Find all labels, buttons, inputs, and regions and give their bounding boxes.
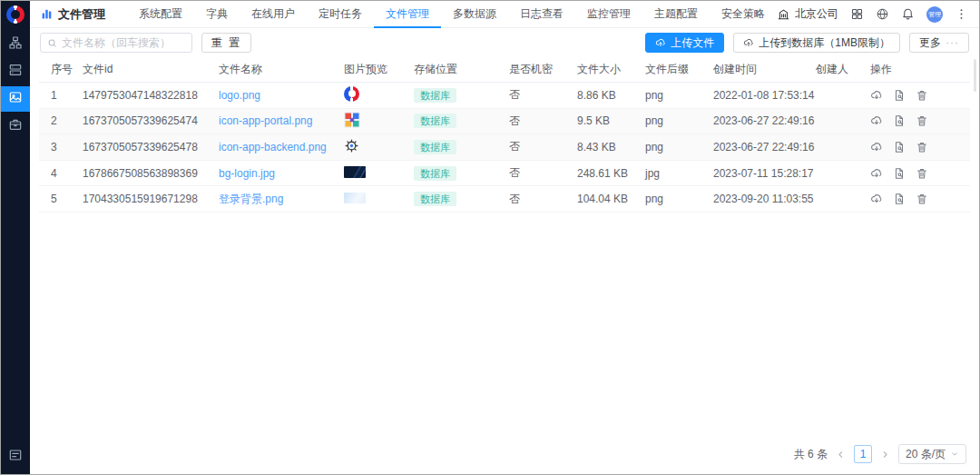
appstore-grid-icon[interactable] <box>850 7 864 21</box>
column-header: 创建人 <box>816 62 870 77</box>
chevron-down-icon <box>950 450 959 459</box>
download-icon[interactable] <box>870 167 883 180</box>
download-icon[interactable] <box>870 193 883 205</box>
search-input[interactable] <box>62 36 185 49</box>
page-number-1[interactable]: 1 <box>854 445 872 463</box>
pagination-total: 共 6 条 <box>794 447 828 462</box>
more-button[interactable]: 更多 ··· <box>909 33 969 53</box>
sidebar-item-project[interactable] <box>1 114 30 139</box>
user-avatar[interactable]: 管理 <box>926 6 943 23</box>
tab-menu-1[interactable]: 字典 <box>194 1 240 28</box>
globe-icon[interactable] <box>876 7 889 21</box>
file-name-link[interactable]: logo.png <box>219 89 260 102</box>
file-name-link[interactable]: bg-login.jpg <box>219 167 275 180</box>
preview-file-icon[interactable] <box>893 193 906 205</box>
preview-file-icon[interactable] <box>893 89 906 102</box>
app-logo-icon[interactable] <box>6 5 24 24</box>
tab-menu-3[interactable]: 定时任务 <box>307 1 374 28</box>
download-icon[interactable] <box>870 141 883 153</box>
bell-icon[interactable] <box>901 7 915 21</box>
cell-ext: png <box>645 193 713 205</box>
column-header: 图片预览 <box>344 62 414 77</box>
cell-created: 2023-06-27 22:49:16 <box>713 114 816 127</box>
preview-file-icon[interactable] <box>893 141 906 153</box>
page-size-select[interactable]: 20 条/页 <box>898 444 966 464</box>
cell-actions <box>870 114 970 127</box>
cloud-upload-icon <box>655 37 666 48</box>
cell-size: 8.86 KB <box>577 89 645 102</box>
tab-menu-2[interactable]: 在线用户 <box>240 1 307 28</box>
company-switcher[interactable]: 北京公司 <box>777 6 838 22</box>
sidebar-item-file-manager[interactable] <box>1 86 30 112</box>
search-icon <box>47 38 57 48</box>
delete-icon[interactable] <box>916 141 928 153</box>
delete-icon[interactable] <box>916 167 928 180</box>
file-name-link[interactable]: icon-app-backend.png <box>219 141 327 153</box>
ellipsis-icon: ··· <box>946 36 959 49</box>
tab-menu-0[interactable]: 系统配置 <box>127 1 194 28</box>
cell-secret: 否 <box>509 114 577 129</box>
download-icon[interactable] <box>870 114 883 127</box>
column-header: 操作 <box>870 62 970 77</box>
preview-file-icon[interactable] <box>893 114 906 127</box>
cell-index: 1 <box>39 89 83 102</box>
cell-preview <box>344 112 414 131</box>
logo-preview[interactable] <box>344 86 359 102</box>
column-header: 文件名称 <box>219 62 344 77</box>
sidebar-collapse-button[interactable] <box>1 446 30 468</box>
cell-size: 104.04 KB <box>577 193 645 205</box>
cell-size: 8.43 KB <box>577 141 645 153</box>
cell-created: 2023-07-11 15:28:17 <box>713 167 816 180</box>
cell-actions <box>870 89 970 102</box>
column-header: 序号 <box>39 62 83 77</box>
delete-icon[interactable] <box>916 89 928 102</box>
cell-size: 248.61 KB <box>577 167 645 180</box>
sidebar-item-modules[interactable] <box>1 59 30 84</box>
app-window: 文件管理 系统配置字典在线用户定时任务文件管理多数据源日志查看监控管理主题配置安… <box>0 0 980 475</box>
upload-to-db-button[interactable]: 上传到数据库（1MB限制） <box>733 33 900 53</box>
delete-icon[interactable] <box>916 193 928 205</box>
column-header: 文件后缀 <box>645 62 713 77</box>
org-tree-icon <box>8 35 23 54</box>
tab-menu-5[interactable]: 多数据源 <box>441 1 508 28</box>
cell-secret: 否 <box>509 87 577 103</box>
sidebar <box>1 1 30 474</box>
delete-icon[interactable] <box>916 114 928 127</box>
sidebar-item-org[interactable] <box>1 32 30 57</box>
tab-menu-6[interactable]: 日志查看 <box>508 1 575 28</box>
dark-image-thumb[interactable] <box>344 166 366 178</box>
tab-menu-4[interactable]: 文件管理 <box>374 1 441 28</box>
cell-created: 2023-09-20 11:03:55 <box>713 193 816 205</box>
gear-preview[interactable] <box>344 138 359 153</box>
chevron-right-icon <box>880 450 890 460</box>
column-header: 是否机密 <box>509 62 577 77</box>
tab-menu-9[interactable]: 安全策略 <box>710 1 777 28</box>
upload-file-button[interactable]: 上传文件 <box>645 33 724 53</box>
files-table: 序号文件id文件名称图片预览存储位置是否机密文件大小文件后缀创建时间创建人操作 … <box>39 57 970 213</box>
cell-size: 9.5 KB <box>577 114 645 127</box>
table-row: 11479753047148322818logo.png数据库否8.86 KBp… <box>39 83 970 109</box>
table-row: 31673705057339625478icon-app-backend.png… <box>39 134 970 161</box>
reset-button[interactable]: 重 置 <box>201 33 251 53</box>
download-icon[interactable] <box>870 89 883 102</box>
column-header: 文件大小 <box>577 62 645 77</box>
cell-ext: png <box>645 114 713 127</box>
preview-file-icon[interactable] <box>893 167 906 180</box>
tab-menu-8[interactable]: 主题配置 <box>642 1 710 28</box>
column-header: 文件id <box>83 62 219 77</box>
app-title-icon <box>41 8 53 20</box>
top-navbar: 文件管理 系统配置字典在线用户定时任务文件管理多数据源日志查看监控管理主题配置安… <box>30 1 979 28</box>
tab-menu-7[interactable]: 监控管理 <box>575 1 642 28</box>
file-name-link[interactable]: icon-app-portal.png <box>219 114 312 127</box>
storage-location-tag: 数据库 <box>414 166 456 181</box>
mosaic-thumb[interactable] <box>344 112 360 128</box>
scrollbar[interactable] <box>974 59 976 92</box>
light-image-thumb[interactable] <box>344 193 366 203</box>
cell-file-id: 1479753047148322818 <box>83 89 219 102</box>
prev-page-button[interactable] <box>836 450 846 460</box>
file-name-link[interactable]: 登录背景.png <box>219 193 283 205</box>
table-row: 41678667508563898369bg-login.jpg数据库否248.… <box>39 161 970 187</box>
next-page-button[interactable] <box>880 450 890 460</box>
cell-created: 2023-06-27 22:49:16 <box>713 141 816 153</box>
more-dots-icon[interactable] <box>955 7 968 21</box>
